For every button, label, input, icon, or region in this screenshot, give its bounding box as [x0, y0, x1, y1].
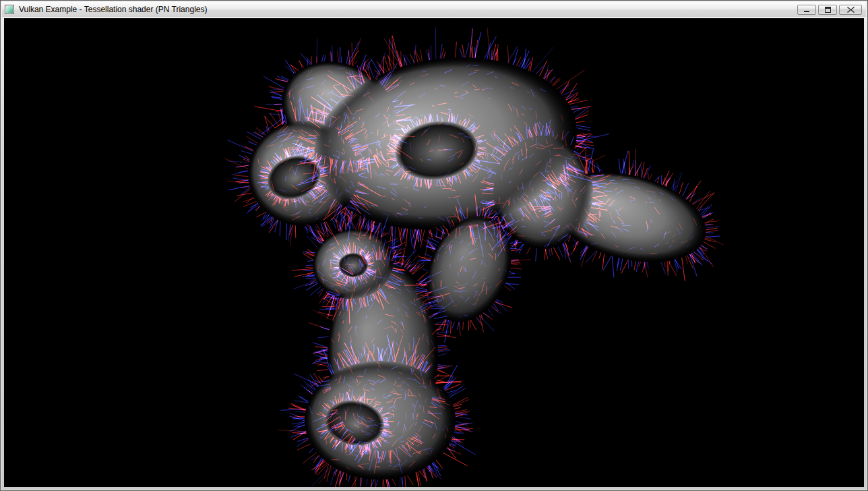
app-window: Vulkan Example - Tessellation shader (PN… [0, 0, 868, 491]
render-viewport[interactable] [4, 18, 864, 487]
app-icon [5, 5, 14, 14]
vulkan-render-canvas[interactable] [4, 18, 864, 487]
close-icon [847, 7, 855, 13]
minimize-icon [803, 7, 811, 13]
maximize-button[interactable] [818, 5, 837, 15]
window-title: Vulkan Example - Tessellation shader (PN… [18, 5, 794, 14]
window-controls [797, 5, 863, 15]
minimize-button[interactable] [797, 5, 816, 15]
close-button[interactable] [839, 5, 862, 15]
titlebar[interactable]: Vulkan Example - Tessellation shader (PN… [2, 2, 866, 17]
maximize-icon [824, 7, 832, 13]
